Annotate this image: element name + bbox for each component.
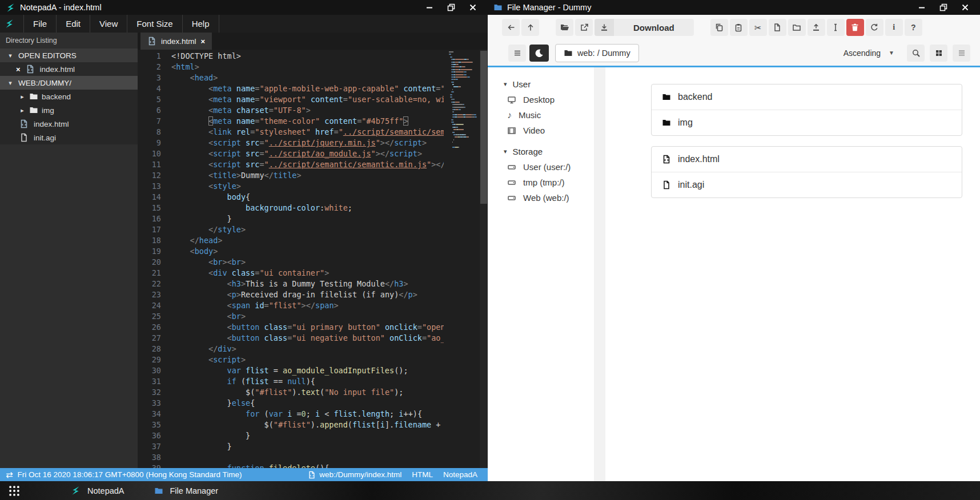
code-line-content: <head> [161, 72, 444, 83]
fm-sidebar-item-desktop[interactable]: Desktop [488, 92, 594, 107]
fm-sidebar-item-music[interactable]: ♪Music [488, 107, 594, 123]
code-line: 24<span id="flist"></span> [138, 300, 444, 311]
menu-edit[interactable]: Edit [57, 15, 90, 33]
menu-font-size[interactable]: Font Size [127, 15, 182, 33]
fm-sidebar-item-tmp-tmp-[interactable]: tmp (tmp:/) [488, 175, 594, 190]
code-line-content: <!DOCTYPE html> [161, 51, 444, 62]
sidebar-scrollbar-track[interactable] [594, 67, 605, 481]
minimap-line [449, 71, 479, 72]
grid-view-button[interactable] [930, 45, 947, 62]
tree-item-img[interactable]: ▸img [0, 103, 138, 117]
fm-sidebar-header-storage[interactable]: ▾Storage [488, 144, 594, 159]
search-button[interactable] [907, 45, 925, 62]
line-number: 23 [138, 289, 161, 300]
file-row-index-html[interactable]: index.html [652, 147, 962, 172]
menu-view[interactable]: View [90, 15, 127, 33]
code-line: 11<script src="../script/semantic/semant… [138, 159, 444, 170]
fm-toolbar-open-folder-button[interactable] [556, 19, 573, 36]
editor-scrollbar-thumb[interactable] [480, 51, 487, 204]
file-row-init-agi[interactable]: init.agi [652, 172, 962, 197]
fm-toolbar-delete-button[interactable] [846, 19, 864, 36]
sort-dropdown[interactable]: Ascending ▼ [844, 49, 894, 58]
menu-file[interactable]: File [23, 15, 57, 33]
close-button[interactable] [468, 3, 477, 12]
fm-toolbar-up-button[interactable] [521, 19, 539, 36]
fm-sidebar-header-user[interactable]: ▾User [488, 76, 594, 92]
menu-help[interactable]: Help [183, 15, 219, 33]
line-number: 18 [138, 235, 161, 246]
fm-toolbar-cut-button[interactable]: ✂ [749, 19, 767, 36]
minimap-line [449, 94, 479, 95]
tab-close-icon[interactable]: × [201, 37, 206, 46]
filemanager-window-controls [917, 3, 974, 12]
fm-toolbar-new-file-button[interactable] [769, 19, 786, 36]
path-box[interactable]: web: / Dummy [555, 44, 639, 62]
fm-toolbar-help-button[interactable]: ? [905, 19, 922, 36]
fm-toolbar-info-button[interactable]: i [885, 19, 903, 36]
code-line-content: <style> [161, 181, 444, 192]
statusbar-language[interactable]: HTML [412, 470, 433, 479]
fm-toolbar-open-external-button[interactable] [575, 19, 593, 36]
code-line: 19<body> [138, 246, 444, 257]
chevron-right-icon: ▸ [19, 107, 26, 114]
moon-icon [535, 49, 544, 58]
fm-toolbar-upload-button[interactable] [808, 19, 825, 36]
code-line: 6<meta charset="UTF-8"> [138, 105, 444, 116]
minimap[interactable] [449, 51, 479, 149]
fm-toolbar-refresh-button[interactable] [866, 19, 883, 36]
restore-button[interactable] [447, 3, 456, 12]
editor-scrollbar[interactable] [480, 50, 488, 468]
fm-sidebar-item-web-web-[interactable]: Web (web:/) [488, 190, 594, 205]
code-line-content: <script src="../script/semantic/semantic… [161, 159, 444, 170]
list-view-button[interactable] [953, 45, 970, 62]
fm-sidebar-item-user-user-[interactable]: User (user:/) [488, 159, 594, 175]
line-number: 7 [138, 116, 161, 127]
taskbar-item-file-manager[interactable]: File Manager [154, 486, 219, 495]
fm-sidebar-item-video[interactable]: Video [488, 123, 594, 138]
chevron-down-icon: ▾ [504, 80, 507, 88]
fm-toolbar-back-button[interactable] [502, 19, 520, 36]
arrow-up-icon [526, 23, 535, 32]
open-editor-index-html[interactable]: ×index.html [0, 62, 138, 76]
tree-item-index-html[interactable]: index.html [0, 117, 138, 131]
minimap-line [449, 114, 479, 115]
line-number: 1 [138, 51, 161, 62]
open-editors-section-header[interactable]: ▾OPEN EDITORS [0, 49, 138, 62]
filemanager-pathbar: web: / Dummy Ascending ▼ [488, 40, 980, 66]
tab-index-html[interactable]: index.html × [140, 33, 212, 50]
code-line: 27<button class="ui negative button" onC… [138, 333, 444, 344]
tree-item-init-agi[interactable]: init.agi [0, 131, 138, 144]
theme-toggle-button[interactable] [529, 45, 549, 62]
app-grid-button[interactable] [0, 485, 21, 497]
fm-toolbar-download-button[interactable]: Download [595, 19, 694, 36]
code-line-content: <body> [161, 246, 444, 257]
new-folder-icon [792, 23, 801, 32]
code-editor[interactable]: 1<!DOCTYPE html>2<html>3<head>4<meta nam… [138, 50, 488, 468]
taskbar-item-notepada[interactable]: NotepadA [71, 486, 124, 495]
minimize-button[interactable] [917, 3, 926, 12]
workspace-header[interactable]: ▾WEB:/DUMMY/ [0, 76, 138, 90]
file-code-icon [147, 37, 156, 46]
file-row-backend[interactable]: backend [652, 84, 962, 110]
fm-toolbar-rename-button[interactable] [827, 19, 845, 36]
close-button[interactable] [961, 3, 970, 12]
fm-toolbar-copy-button[interactable] [710, 19, 728, 36]
fm-toolbar-new-folder-button[interactable] [788, 19, 806, 36]
line-number: 5 [138, 94, 161, 105]
fm-toolbar-paste-button[interactable] [730, 19, 748, 36]
restore-button[interactable] [939, 3, 948, 12]
tree-item-backend[interactable]: ▸backend [0, 90, 138, 103]
minimap-line [449, 99, 479, 100]
line-number: 22 [138, 279, 161, 289]
code-line: 21<div class="ui container"> [138, 268, 444, 279]
code-line: 16} [138, 213, 444, 224]
notepada-logo-icon [71, 486, 81, 495]
close-icon[interactable]: × [16, 65, 21, 74]
tree-item-label: init.agi [34, 134, 56, 142]
file-row-img[interactable]: img [652, 110, 962, 135]
code-line-content: }else{ [161, 398, 444, 409]
menu-button[interactable] [508, 45, 526, 62]
minimize-button[interactable] [425, 3, 434, 12]
taskbar-item-label: NotepadA [87, 486, 124, 495]
filemanager-window: File Manager - Dummy Download✂i? web: / … [488, 0, 980, 481]
